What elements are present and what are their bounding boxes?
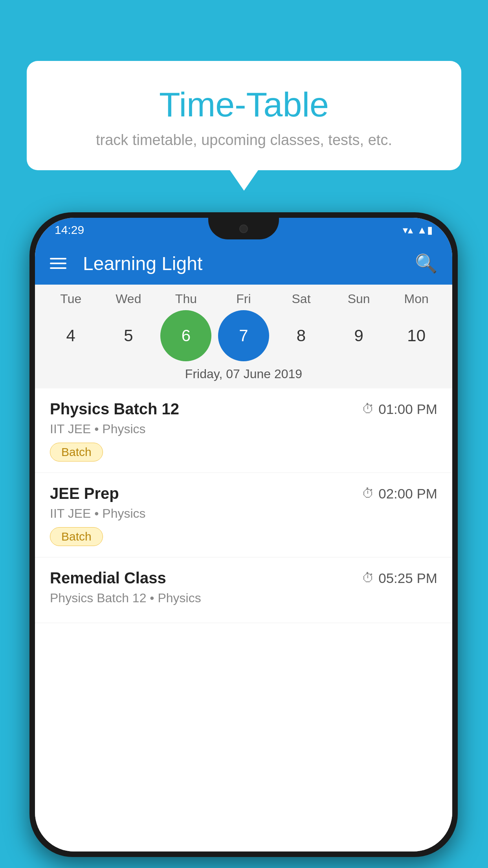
wifi-icon: ▾▴ bbox=[403, 224, 413, 236]
day-numbers: 4 5 6 7 8 9 10 bbox=[35, 310, 452, 361]
phone-screen: 14:29 ▾▴ ▲▮ Learning Light 🔍 Tu bbox=[35, 218, 452, 851]
batch-tag-1: Batch bbox=[50, 443, 103, 462]
day-header-thu: Thu bbox=[160, 292, 211, 306]
phone-frame: 14:29 ▾▴ ▲▮ Learning Light 🔍 Tu bbox=[29, 212, 458, 857]
page-title: Time-Table bbox=[42, 85, 446, 125]
day-10[interactable]: 10 bbox=[391, 310, 442, 361]
class-item-1[interactable]: Physics Batch 12 ⏱ 01:00 PM IIT JEE • Ph… bbox=[35, 388, 452, 473]
day-header-wed: Wed bbox=[103, 292, 154, 306]
clock-icon-3: ⏱ bbox=[362, 571, 374, 585]
day-7-selected[interactable]: 7 bbox=[218, 310, 269, 361]
signal-icon: ▲▮ bbox=[417, 224, 433, 236]
class-item-1-header: Physics Batch 12 ⏱ 01:00 PM bbox=[50, 400, 437, 418]
day-4[interactable]: 4 bbox=[45, 310, 96, 361]
clock-icon-2: ⏱ bbox=[362, 486, 374, 501]
class-time-text-1: 01:00 PM bbox=[378, 401, 437, 417]
class-name-3: Remedial Class bbox=[50, 569, 166, 587]
class-name-1: Physics Batch 12 bbox=[50, 400, 179, 418]
search-icon[interactable]: 🔍 bbox=[415, 253, 437, 274]
phone-camera bbox=[239, 224, 248, 233]
day-8[interactable]: 8 bbox=[276, 310, 327, 361]
class-time-1: ⏱ 01:00 PM bbox=[362, 401, 437, 417]
batch-tag-2: Batch bbox=[50, 527, 103, 546]
status-time: 14:29 bbox=[55, 223, 84, 237]
clock-icon-1: ⏱ bbox=[362, 402, 374, 416]
day-6-today[interactable]: 6 bbox=[160, 310, 211, 361]
class-list: Physics Batch 12 ⏱ 01:00 PM IIT JEE • Ph… bbox=[35, 388, 452, 851]
menu-icon[interactable] bbox=[50, 258, 66, 269]
class-item-2-header: JEE Prep ⏱ 02:00 PM bbox=[50, 485, 437, 502]
day-header-sat: Sat bbox=[276, 292, 327, 306]
speech-bubble-card: Time-Table track timetable, upcoming cla… bbox=[27, 61, 461, 170]
class-item-2[interactable]: JEE Prep ⏱ 02:00 PM IIT JEE • Physics Ba… bbox=[35, 473, 452, 557]
day-header-fri: Fri bbox=[218, 292, 269, 306]
class-meta-2: IIT JEE • Physics bbox=[50, 506, 437, 521]
phone-notch bbox=[208, 218, 279, 239]
day-header-tue: Tue bbox=[45, 292, 96, 306]
class-time-text-2: 02:00 PM bbox=[378, 486, 437, 502]
class-time-3: ⏱ 05:25 PM bbox=[362, 570, 437, 586]
class-time-2: ⏱ 02:00 PM bbox=[362, 486, 437, 502]
day-header-mon: Mon bbox=[391, 292, 442, 306]
class-meta-3: Physics Batch 12 • Physics bbox=[50, 591, 437, 605]
class-name-2: JEE Prep bbox=[50, 485, 119, 502]
class-item-3-header: Remedial Class ⏱ 05:25 PM bbox=[50, 569, 437, 587]
app-bar: Learning Light 🔍 bbox=[35, 242, 452, 285]
day-5[interactable]: 5 bbox=[103, 310, 154, 361]
selected-date-label: Friday, 07 June 2019 bbox=[35, 361, 452, 388]
app-title: Learning Light bbox=[83, 253, 403, 274]
screen-content: 14:29 ▾▴ ▲▮ Learning Light 🔍 Tu bbox=[35, 218, 452, 851]
class-meta-1: IIT JEE • Physics bbox=[50, 422, 437, 436]
calendar-strip: Tue Wed Thu Fri Sat Sun Mon 4 5 6 7 8 9 … bbox=[35, 285, 452, 388]
class-time-text-3: 05:25 PM bbox=[378, 570, 437, 586]
status-icons: ▾▴ ▲▮ bbox=[403, 224, 433, 236]
class-item-3[interactable]: Remedial Class ⏱ 05:25 PM Physics Batch … bbox=[35, 557, 452, 623]
day-headers: Tue Wed Thu Fri Sat Sun Mon bbox=[35, 292, 452, 306]
page-subtitle: track timetable, upcoming classes, tests… bbox=[42, 132, 446, 149]
day-9[interactable]: 9 bbox=[333, 310, 384, 361]
day-header-sun: Sun bbox=[333, 292, 384, 306]
